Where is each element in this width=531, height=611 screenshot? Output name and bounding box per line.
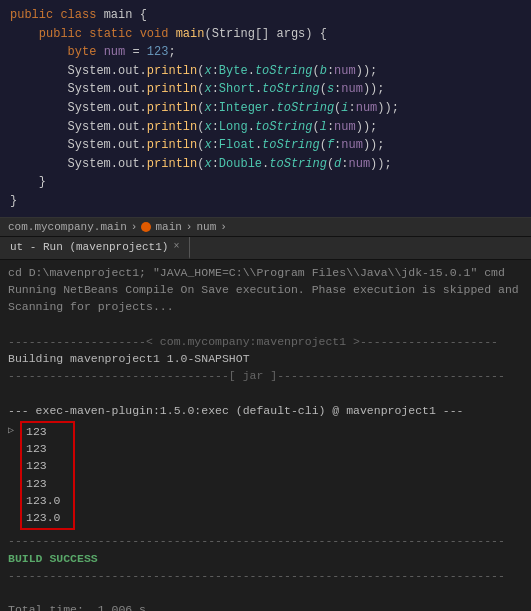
output-sep1: --------------------< com.mycompany:mave… <box>8 333 523 350</box>
tab-bar: ut - Run (mavenproject1) × <box>0 237 531 260</box>
output-val-5: 123.0 <box>26 492 67 509</box>
output-line-netbeans: Running NetBeans Compile On Save executi… <box>8 281 523 298</box>
breadcrumb-variable[interactable]: num <box>196 221 216 233</box>
output-val-6: 123.0 <box>26 509 67 526</box>
output-line-empty1 <box>8 315 523 332</box>
output-val-3: 123 <box>26 457 67 474</box>
output-line-cmd: cd D:\mavenproject1; "JAVA_HOME=C:\\Prog… <box>8 264 523 281</box>
output-line-empty3 <box>8 584 523 601</box>
output-sep2: --------------------------------[ jar ]-… <box>8 367 523 384</box>
breadcrumb-sep2: › <box>186 221 193 233</box>
output-values-block: 123 123 123 123 123.0 123.0 <box>20 421 75 531</box>
code-editor: public class main { public static void m… <box>0 0 531 218</box>
breadcrumb-icon <box>141 222 151 232</box>
output-val-1: 123 <box>26 423 67 440</box>
output-exec-line: --- exec-maven-plugin:1.5.0:exec (defaul… <box>8 402 523 419</box>
output-line-scanning: Scanning for projects... <box>8 298 523 315</box>
editor-top: public class main { public static void m… <box>0 0 531 260</box>
output-val-2: 123 <box>26 440 67 457</box>
output-line-empty2 <box>8 384 523 401</box>
output-val-4: 123 <box>26 475 67 492</box>
output-building: Building mavenproject1 1.0-SNAPSHOT <box>8 350 523 367</box>
gutter-arrow: ▷ <box>8 423 20 438</box>
output-sep4: ----------------------------------------… <box>8 567 523 584</box>
run-tab-label: ut - Run (mavenproject1) <box>10 241 168 253</box>
breadcrumb-sep3: › <box>220 221 227 233</box>
breadcrumb-class[interactable]: main <box>155 221 181 233</box>
breadcrumb-sep1: › <box>131 221 138 233</box>
output-total-time: Total time: 1.006 s <box>8 601 523 611</box>
output-build-success: BUILD SUCCESS <box>8 550 523 567</box>
output-panel: cd D:\mavenproject1; "JAVA_HOME=C:\\Prog… <box>0 260 531 611</box>
close-tab-button[interactable]: × <box>173 241 179 252</box>
run-tab[interactable]: ut - Run (mavenproject1) × <box>0 237 190 259</box>
breadcrumb-package[interactable]: com.mycompany.main <box>8 221 127 233</box>
breadcrumb: com.mycompany.main › main › num › <box>0 218 531 237</box>
output-sep3: ----------------------------------------… <box>8 532 523 549</box>
